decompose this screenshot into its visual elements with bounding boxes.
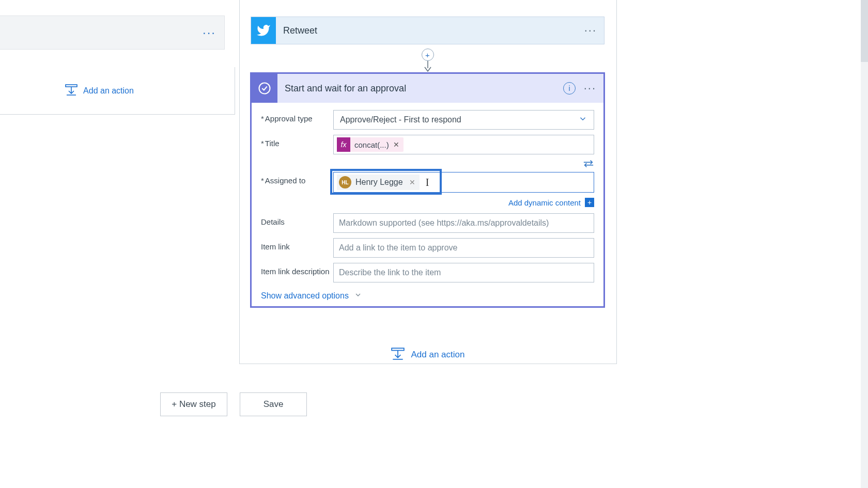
person-name: Henry Legge <box>355 178 403 187</box>
approval-type-value: Approve/Reject - First to respond <box>340 115 461 124</box>
chevron-down-icon <box>354 291 362 301</box>
insert-action-icon <box>391 347 405 363</box>
insert-action-icon <box>65 84 78 98</box>
label-item-link-desc: Item link description <box>261 263 333 276</box>
avatar: HL <box>339 176 351 188</box>
approval-icon <box>252 74 277 103</box>
approval-menu-ellipsis[interactable]: ··· <box>584 82 596 95</box>
scrollbar[interactable] <box>747 0 868 488</box>
card-menu-ellipsis[interactable]: ··· <box>203 25 216 40</box>
info-icon[interactable]: i <box>563 82 576 95</box>
approval-title: Start and wait for an approval <box>285 83 406 94</box>
add-action-link[interactable]: Add an action <box>411 350 465 360</box>
twitter-icon <box>251 17 276 44</box>
title-input[interactable]: fx concat(...) ✕ <box>333 135 594 154</box>
details-input[interactable]: Markdown supported (see https://aka.ms/a… <box>333 213 594 233</box>
label-details: Details <box>261 213 333 226</box>
row-item-link-desc: Item link description Describe the link … <box>261 263 594 282</box>
add-step-plus-icon[interactable]: + <box>422 49 434 61</box>
retweet-card[interactable]: Retweet ··· <box>251 17 605 44</box>
item-link-input[interactable]: Add a link to the item to approve <box>333 238 594 258</box>
swap-mode-icon[interactable] <box>583 160 594 170</box>
row-title: *Title fx concat(...) ✕ <box>261 135 594 154</box>
row-item-link: Item link Add a link to the item to appr… <box>261 238 594 258</box>
connector: + <box>240 44 615 72</box>
approval-body: *Approval type Approve/Reject - First to… <box>252 103 603 306</box>
approval-type-select[interactable]: Approve/Reject - First to respond <box>333 110 594 130</box>
expression-text: concat(...) <box>350 140 393 149</box>
expression-chip[interactable]: fx concat(...) ✕ <box>337 137 404 152</box>
row-details: Details Markdown supported (see https://… <box>261 213 594 233</box>
remove-chip-icon[interactable]: ✕ <box>393 140 399 149</box>
new-step-button[interactable]: + New step <box>160 392 227 416</box>
person-chip[interactable]: HL Henry Legge ✕ <box>337 175 420 190</box>
footer-buttons: + New step Save <box>160 392 307 416</box>
left-collapsed-card: ··· <box>0 15 225 50</box>
svg-point-4 <box>259 83 270 94</box>
fx-icon: fx <box>337 137 350 152</box>
remove-person-icon[interactable]: ✕ <box>409 178 415 186</box>
label-title: *Title <box>261 135 333 148</box>
approval-header[interactable]: Start and wait for an approval i ··· <box>252 74 603 103</box>
show-advanced-options-link[interactable]: Show advanced options <box>261 291 362 301</box>
label-assigned-to: *Assigned to <box>261 172 333 185</box>
label-approval-type: *Approval type <box>261 110 333 123</box>
chevron-down-icon <box>578 114 587 125</box>
row-assigned-to: *Assigned to HL Henry Legge ✕ I <box>261 172 594 193</box>
assigned-to-input[interactable]: HL Henry Legge ✕ I <box>333 172 594 193</box>
add-action-link-left[interactable]: Add an action <box>83 86 134 96</box>
text-cursor-icon: I <box>426 177 429 188</box>
svg-rect-7 <box>392 348 404 350</box>
left-add-action-area: Add an action <box>0 67 235 115</box>
retweet-menu-ellipsis[interactable]: ··· <box>584 24 597 37</box>
approval-card: Start and wait for an approval i ··· *Ap… <box>250 72 605 308</box>
row-approval-type: *Approval type Approve/Reject - First to… <box>261 110 594 130</box>
add-action-area: Add an action <box>240 347 615 363</box>
retweet-title: Retweet <box>283 25 317 36</box>
add-dynamic-content-link[interactable]: Add dynamic content <box>508 198 581 207</box>
item-link-desc-input[interactable]: Describe the link to the item <box>333 263 594 282</box>
dynamic-content-plus-icon[interactable]: + <box>585 198 594 207</box>
label-item-link: Item link <box>261 238 333 251</box>
svg-rect-0 <box>66 85 77 87</box>
save-button[interactable]: Save <box>240 392 307 416</box>
